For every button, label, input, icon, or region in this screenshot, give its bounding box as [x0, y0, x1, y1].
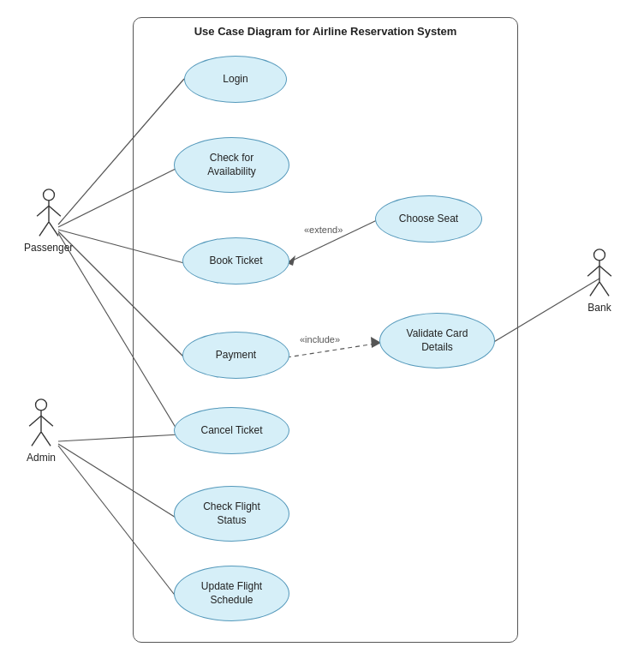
actor-bank: Bank [582, 249, 617, 314]
svg-line-32 [599, 282, 609, 297]
svg-line-20 [49, 222, 58, 237]
use-case-payment: Payment [182, 332, 289, 379]
actor-admin: Admin [24, 398, 58, 464]
bank-stickfigure [582, 249, 617, 300]
svg-line-25 [32, 432, 41, 446]
svg-line-23 [29, 416, 41, 426]
svg-point-15 [43, 189, 54, 201]
passenger-stickfigure [32, 189, 66, 240]
svg-line-29 [587, 266, 599, 276]
passenger-label: Passenger [24, 242, 73, 254]
svg-line-26 [41, 432, 51, 446]
system-title: Use Case Diagram for Airline Reservation… [134, 25, 517, 38]
svg-line-17 [37, 206, 49, 216]
use-case-check-flight: Check FlightStatus [174, 486, 289, 542]
admin-label: Admin [27, 452, 56, 464]
use-case-check-avail: Check forAvailability [174, 137, 289, 193]
svg-line-30 [599, 266, 611, 276]
use-case-validate-card: Validate CardDetails [379, 313, 495, 368]
svg-line-18 [49, 206, 61, 216]
svg-point-21 [36, 399, 47, 410]
bank-label: Bank [587, 302, 611, 314]
use-case-login: Login [184, 56, 287, 103]
use-case-book-ticket: Book Ticket [182, 237, 289, 285]
diagram-container: Use Case Diagram for Airline Reservation… [0, 0, 644, 665]
use-case-cancel-ticket: Cancel Ticket [174, 407, 289, 454]
admin-stickfigure [24, 398, 58, 450]
svg-line-24 [41, 416, 53, 426]
svg-line-31 [590, 282, 599, 297]
svg-line-19 [39, 222, 49, 237]
use-case-choose-seat: Choose Seat [375, 195, 482, 243]
actor-passenger: Passenger [24, 189, 73, 254]
use-case-update-flight: Update FlightSchedule [174, 566, 289, 621]
svg-point-27 [594, 249, 605, 261]
